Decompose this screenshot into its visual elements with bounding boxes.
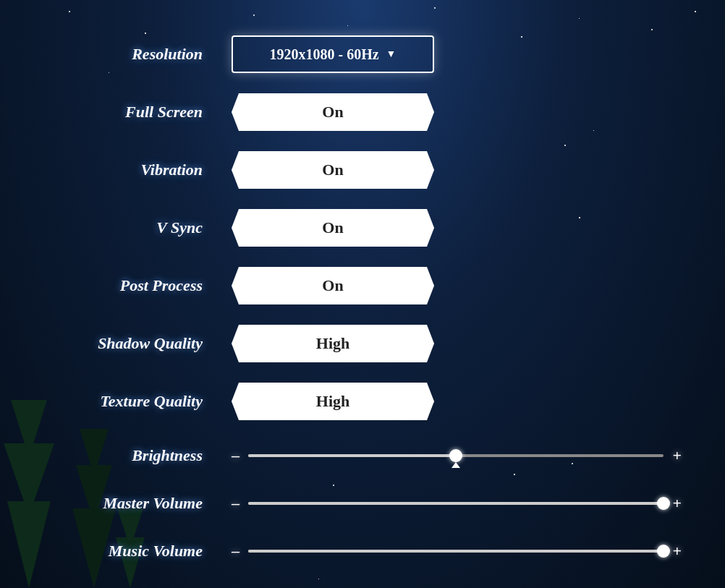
- control-mastervolume: –+: [232, 493, 682, 514]
- indicator-brightness: [451, 462, 460, 468]
- minus-brightness[interactable]: –: [232, 446, 239, 465]
- star: [695, 11, 696, 12]
- track-mastervolume: [248, 502, 663, 505]
- toggle-vsync[interactable]: On: [232, 209, 434, 247]
- control-resolution: 1920x1080 - 60Hz▼: [232, 35, 682, 73]
- control-postprocess: On: [232, 267, 682, 304]
- fill-musicvolume: [248, 550, 663, 553]
- chevron-down-icon: ▼: [386, 48, 397, 60]
- slider-row-brightness: Brightness–+: [29, 434, 682, 477]
- dropdown-value: 1920x1080 - 60Hz: [270, 46, 379, 63]
- label-brightness: Brightness: [29, 446, 232, 465]
- setting-row-texturequality: Texture QualityHigh: [29, 376, 682, 427]
- label-vibration: Vibration: [29, 161, 232, 179]
- track-musicvolume: [248, 550, 663, 553]
- label-resolution: Resolution: [29, 45, 232, 64]
- plus-brightness[interactable]: +: [672, 446, 682, 465]
- control-fullscreen: On: [232, 93, 682, 131]
- setting-row-fullscreen: Full ScreenOn: [29, 87, 682, 137]
- slider-row-sfxvolume: SFX Volume–+: [29, 577, 682, 588]
- star: [434, 7, 436, 9]
- toggle-shadowquality[interactable]: High: [232, 325, 434, 362]
- control-texturequality: High: [232, 383, 682, 420]
- toggle-postprocess[interactable]: On: [232, 267, 434, 304]
- setting-row-resolution: Resolution1920x1080 - 60Hz▼: [29, 29, 682, 80]
- control-vibration: On: [232, 151, 682, 189]
- setting-row-postprocess: Post ProcessOn: [29, 260, 682, 311]
- minus-musicvolume[interactable]: –: [232, 542, 239, 561]
- track-container-mastervolume[interactable]: [248, 493, 663, 514]
- control-musicvolume: –+: [232, 540, 682, 562]
- plus-mastervolume[interactable]: +: [672, 494, 682, 513]
- setting-row-shadowquality: Shadow QualityHigh: [29, 318, 682, 369]
- label-texturequality: Texture Quality: [29, 392, 232, 411]
- star: [69, 11, 70, 12]
- label-fullscreen: Full Screen: [29, 103, 232, 122]
- label-postprocess: Post Process: [29, 276, 232, 295]
- fill-mastervolume: [248, 502, 663, 505]
- settings-panel: Resolution1920x1080 - 60Hz▼Full ScreenOn…: [0, 14, 725, 588]
- label-vsync: V Sync: [29, 218, 232, 237]
- plus-musicvolume[interactable]: +: [672, 542, 682, 561]
- track-brightness: [248, 454, 663, 457]
- toggle-fullscreen[interactable]: On: [232, 93, 434, 131]
- label-shadowquality: Shadow Quality: [29, 334, 232, 353]
- setting-row-vsync: V SyncOn: [29, 203, 682, 253]
- thumb-musicvolume[interactable]: [657, 545, 670, 558]
- minus-mastervolume[interactable]: –: [232, 494, 239, 513]
- toggle-vibration[interactable]: On: [232, 151, 434, 189]
- control-vsync: On: [232, 209, 682, 247]
- slider-row-mastervolume: Master Volume–+: [29, 482, 682, 525]
- control-brightness: –+: [232, 445, 682, 466]
- thumb-mastervolume[interactable]: [657, 497, 670, 510]
- setting-row-vibration: VibrationOn: [29, 145, 682, 195]
- label-mastervolume: Master Volume: [29, 494, 232, 513]
- track-container-brightness[interactable]: [248, 445, 663, 466]
- label-musicvolume: Music Volume: [29, 542, 232, 561]
- control-shadowquality: High: [232, 325, 682, 362]
- toggle-texturequality[interactable]: High: [232, 383, 434, 420]
- slider-row-musicvolume: Music Volume–+: [29, 529, 682, 573]
- thumb-brightness[interactable]: [449, 449, 462, 462]
- track-container-musicvolume[interactable]: [248, 540, 663, 562]
- dropdown-resolution[interactable]: 1920x1080 - 60Hz▼: [232, 35, 434, 73]
- fill-brightness: [248, 454, 456, 457]
